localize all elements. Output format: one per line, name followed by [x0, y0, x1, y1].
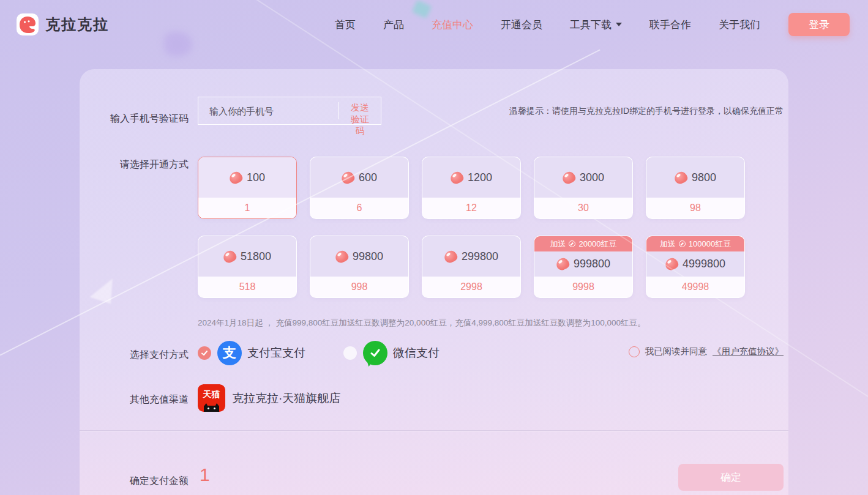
red-bean-icon: [555, 257, 571, 272]
chevron-down-icon: [616, 23, 622, 26]
login-tip-text: 温馨提示：请使用与克拉克拉ID绑定的手机号进行登录，以确保充值正常: [509, 106, 784, 117]
bean-amount: 299800: [462, 250, 498, 263]
alipay-icon: 支: [217, 341, 242, 365]
package-price: 6: [310, 198, 408, 218]
bean-amount: 3000: [580, 171, 604, 184]
pay-amount-label: 确定支付金额: [80, 475, 189, 488]
bean-amount: 9800: [692, 171, 716, 184]
package-grid-row-2: 51800 518 99800 998 299800 2998 加送 20000…: [198, 236, 745, 298]
bean-amount: 51800: [241, 250, 271, 263]
nav-item-cooperation[interactable]: 联手合作: [649, 18, 691, 32]
red-bean-icon: [334, 249, 350, 264]
app-logo-icon: [16, 13, 39, 36]
agreement-text: 我已阅读并同意: [645, 346, 708, 357]
package-card[interactable]: 3000 30: [534, 157, 633, 219]
bean-amount: 999800: [574, 258, 610, 270]
channels-section-label: 其他充值渠道: [80, 393, 189, 406]
bean-amount: 600: [359, 171, 377, 184]
package-price: 12: [422, 198, 520, 218]
package-card-with-bonus[interactable]: 加送 20000红豆 999800 9998: [534, 236, 633, 298]
login-button[interactable]: 登录: [788, 13, 850, 36]
tmall-store-link[interactable]: 克拉克拉·天猫旗舰店: [232, 390, 340, 406]
nav-item-recharge-center[interactable]: 充值中心: [432, 18, 473, 32]
confirm-button[interactable]: 确定: [678, 464, 784, 491]
send-verification-code-button[interactable]: 发送验证码: [339, 102, 381, 119]
top-nav-bar: 克拉克拉 首页 产品 充值中心 开通会员 工具下载 联手合作 关于我们 登录: [0, 0, 868, 49]
wechat-label[interactable]: 微信支付: [393, 345, 440, 361]
bonus-adjustment-note: 2024年1月18日起 ， 充值999,800红豆加送红豆数调整为20,000红…: [198, 318, 646, 329]
section-divider: [80, 430, 788, 431]
alipay-label[interactable]: 支付宝支付: [247, 345, 305, 361]
recharge-page: 克拉克拉 首页 产品 充值中心 开通会员 工具下载 联手合作 关于我们 登录 输…: [0, 0, 868, 495]
bean-coin-icon: [569, 240, 575, 247]
red-bean-icon: [449, 170, 465, 185]
red-bean-icon: [673, 170, 689, 185]
svg-text:天猫: 天猫: [203, 389, 220, 399]
agreement-radio-unchecked[interactable]: [629, 346, 640, 357]
brand[interactable]: 克拉克拉: [16, 13, 109, 36]
packages-section-label: 请选择开通方式: [80, 158, 189, 171]
tmall-icon: 天猫: [198, 384, 225, 412]
red-bean-icon: [561, 170, 577, 185]
package-price: 30: [534, 198, 632, 218]
package-price: 49998: [646, 277, 744, 297]
package-price: 518: [198, 277, 296, 297]
nav-item-home[interactable]: 首页: [335, 18, 356, 32]
nav-item-products[interactable]: 产品: [383, 18, 404, 32]
agreement-row: 我已阅读并同意 《用户充值协议》: [629, 346, 784, 357]
bean-amount: 99800: [353, 250, 383, 263]
nav-item-about-us[interactable]: 关于我们: [719, 18, 760, 32]
other-channels: 天猫 克拉克拉·天猫旗舰店: [198, 384, 340, 412]
package-card[interactable]: 100 1: [198, 157, 297, 219]
package-card-with-bonus[interactable]: 加送 100000红豆 4999800 49998: [646, 236, 745, 298]
pay-amount-value: 1: [200, 464, 210, 485]
package-price: 9998: [534, 277, 632, 297]
bonus-badge: 加送 20000红豆: [534, 236, 632, 251]
package-price: 2998: [422, 277, 520, 297]
alipay-radio-checked[interactable]: [198, 346, 211, 360]
bonus-badge: 加送 100000红豆: [646, 236, 744, 251]
package-price: 998: [310, 277, 408, 297]
payment-methods: 支 支付宝支付 微信支付: [198, 341, 440, 365]
red-bean-icon: [228, 170, 244, 185]
red-bean-icon: [443, 249, 458, 264]
brand-name: 克拉克拉: [45, 15, 109, 34]
checkmark-icon: [201, 349, 208, 357]
nav-item-membership[interactable]: 开通会员: [501, 18, 542, 32]
red-bean-icon: [664, 257, 679, 272]
recharge-agreement-link[interactable]: 《用户充值协议》: [713, 346, 784, 357]
phone-section-label: 输入手机号验证码: [80, 113, 189, 125]
phone-input-box: 发送验证码: [198, 97, 381, 125]
package-price: 98: [646, 198, 744, 218]
package-card[interactable]: 51800 518: [198, 236, 297, 298]
red-bean-icon: [222, 249, 238, 264]
recharge-panel: 输入手机号验证码 发送验证码 温馨提示：请使用与克拉克拉ID绑定的手机号进行登录…: [80, 69, 788, 495]
package-card[interactable]: 9800 98: [646, 157, 745, 219]
red-bean-icon: [340, 170, 356, 185]
checkmark-icon: [369, 347, 381, 359]
package-card[interactable]: 1200 12: [422, 157, 521, 219]
package-card[interactable]: 600 6: [310, 157, 409, 219]
bean-coin-icon: [679, 240, 686, 247]
phone-number-input[interactable]: [198, 97, 339, 124]
package-grid-row-1: 100 1 600 6 1200 12 3000 30 9800 98: [198, 157, 745, 219]
bean-amount: 4999800: [683, 258, 725, 270]
bean-amount: 100: [247, 171, 265, 184]
package-card[interactable]: 299800 2998: [422, 236, 521, 298]
package-card[interactable]: 99800 998: [310, 236, 409, 298]
main-nav: 首页 产品 充值中心 开通会员 工具下载 联手合作 关于我们: [335, 18, 760, 32]
payment-section-label: 选择支付方式: [80, 349, 189, 362]
package-price: 1: [198, 198, 296, 218]
wechat-radio-unchecked[interactable]: [343, 346, 357, 360]
nav-item-tools-download[interactable]: 工具下载: [570, 18, 622, 32]
wechat-pay-icon: [363, 341, 387, 365]
bean-amount: 1200: [468, 171, 492, 184]
